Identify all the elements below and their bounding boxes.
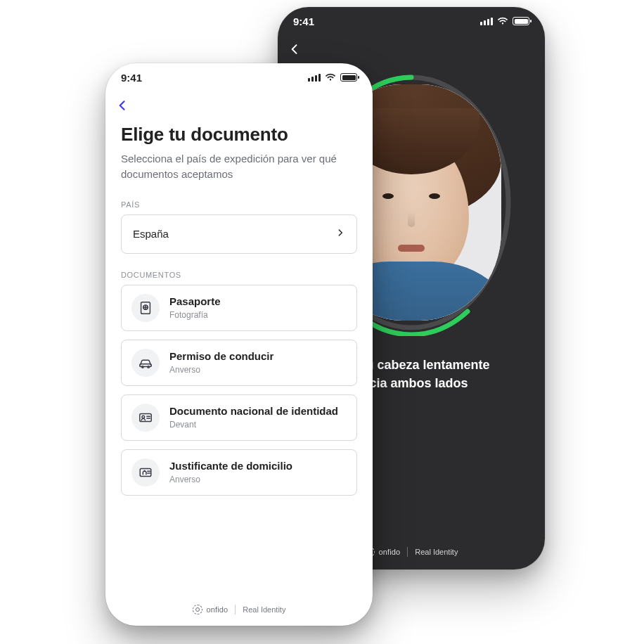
document-option-proof-of-address[interactable]: Justificante de domicilio Anverso — [121, 449, 357, 496]
document-subtitle: Anverso — [169, 365, 273, 375]
divider-icon — [235, 605, 236, 614]
status-time: 9:41 — [121, 72, 142, 84]
passport-icon — [131, 294, 160, 322]
brand-logo: onfido — [193, 605, 228, 614]
home-doc-icon — [131, 458, 160, 487]
country-section-label: PAÍS — [121, 200, 357, 209]
phone-document-select: 9:41 Elige tu documento Selecciona el pa… — [105, 63, 373, 626]
document-option-national-id[interactable]: Documento nacional de identidad Devant — [121, 394, 357, 441]
car-icon — [131, 349, 160, 377]
nav-bar — [105, 91, 373, 120]
status-bar: 9:41 — [105, 63, 373, 91]
document-list: Pasaporte Fotografía Permiso de conducir… — [121, 285, 357, 496]
document-option-passport[interactable]: Pasaporte Fotografía — [121, 285, 357, 331]
brand-tagline: Real Identity — [243, 605, 285, 614]
document-select-screen: Elige tu documento Selecciona el país de… — [105, 120, 373, 496]
brand-name: onfido — [207, 605, 228, 614]
cellular-signal-icon — [480, 18, 493, 25]
wifi-icon — [497, 17, 508, 25]
chevron-right-icon — [335, 228, 345, 240]
document-subtitle: Fotografía — [169, 310, 221, 320]
svg-rect-12 — [140, 468, 151, 476]
back-button[interactable] — [115, 98, 129, 112]
page-title: Elige tu documento — [121, 124, 357, 146]
battery-icon — [513, 17, 529, 25]
divider-icon — [407, 547, 408, 557]
document-title: Pasaporte — [169, 295, 221, 309]
id-card-icon — [131, 404, 160, 432]
brand-logo-mark-icon — [193, 605, 202, 614]
status-icons — [480, 17, 529, 25]
documents-section-label: DOCUMENTOS — [121, 271, 357, 279]
svg-rect-5 — [140, 363, 152, 366]
brand-name: onfido — [379, 548, 401, 556]
svg-point-9 — [142, 416, 145, 418]
status-bar: 9:41 — [278, 7, 545, 35]
wifi-icon — [325, 73, 336, 82]
nav-bar — [278, 35, 545, 63]
back-button[interactable] — [288, 42, 302, 56]
country-value: España — [133, 228, 169, 240]
brand-footer: onfido Real Identity — [105, 605, 373, 614]
battery-icon — [340, 73, 357, 82]
document-title: Permiso de conducir — [169, 350, 273, 363]
cellular-signal-icon — [308, 74, 321, 82]
page-subtitle: Selecciona el país de expedición para ve… — [121, 151, 357, 182]
country-select[interactable]: España — [121, 214, 357, 254]
document-subtitle: Devant — [169, 420, 338, 430]
status-icons — [308, 73, 357, 82]
document-title: Justificante de domicilio — [169, 460, 292, 473]
document-title: Documento nacional de identidad — [169, 405, 338, 418]
document-option-driving-licence[interactable]: Permiso de conducir Anverso — [121, 340, 357, 386]
document-subtitle: Anverso — [169, 475, 292, 484]
brand-tagline: Real Identity — [415, 548, 458, 556]
status-time: 9:41 — [293, 15, 314, 27]
